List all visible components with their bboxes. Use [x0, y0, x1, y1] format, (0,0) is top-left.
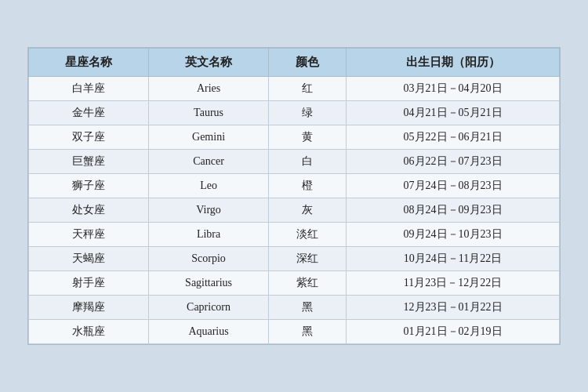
cell-color: 橙 [269, 174, 347, 198]
cell-date: 05月22日－06月21日 [347, 125, 560, 150]
cell-chinese-name: 天蝎座 [29, 247, 149, 271]
cell-english-name: Aries [149, 77, 269, 101]
cell-chinese-name: 巨蟹座 [29, 150, 149, 174]
table-row: 巨蟹座Cancer白06月22日－07月23日 [29, 150, 560, 174]
cell-date: 04月21日－05月21日 [347, 101, 560, 125]
cell-color: 灰 [269, 198, 347, 223]
zodiac-table: 星座名称 英文名称 颜色 出生日期（阳历） 白羊座Aries红03月21日－04… [28, 48, 560, 344]
cell-date: 01月21日－02月19日 [347, 320, 560, 344]
table-row: 双子座Gemini黄05月22日－06月21日 [29, 125, 560, 150]
cell-english-name: Sagittarius [149, 271, 269, 296]
cell-date: 06月22日－07月23日 [347, 150, 560, 174]
table-row: 射手座Sagittarius紫红11月23日－12月22日 [29, 271, 560, 296]
cell-english-name: Virgo [149, 198, 269, 223]
table-header: 星座名称 英文名称 颜色 出生日期（阳历） [29, 49, 560, 77]
cell-color: 深红 [269, 247, 347, 271]
cell-color: 紫红 [269, 271, 347, 296]
cell-english-name: Libra [149, 223, 269, 247]
cell-color: 黑 [269, 320, 347, 344]
table-row: 水瓶座Aquarius黑01月21日－02月19日 [29, 320, 560, 344]
cell-english-name: Scorpio [149, 247, 269, 271]
cell-chinese-name: 白羊座 [29, 77, 149, 101]
table-row: 摩羯座Capricorn黑12月23日－01月22日 [29, 296, 560, 320]
table-row: 金牛座Taurus绿04月21日－05月21日 [29, 101, 560, 125]
zodiac-table-container: 星座名称 英文名称 颜色 出生日期（阳历） 白羊座Aries红03月21日－04… [27, 47, 561, 345]
cell-chinese-name: 双子座 [29, 125, 149, 150]
table-body: 白羊座Aries红03月21日－04月20日金牛座Taurus绿04月21日－0… [29, 77, 560, 344]
header-english-name: 英文名称 [149, 49, 269, 77]
cell-chinese-name: 天秤座 [29, 223, 149, 247]
cell-color: 黄 [269, 125, 347, 150]
table-row: 狮子座Leo橙07月24日－08月23日 [29, 174, 560, 198]
cell-chinese-name: 狮子座 [29, 174, 149, 198]
cell-color: 红 [269, 77, 347, 101]
header-chinese-name: 星座名称 [29, 49, 149, 77]
header-color: 颜色 [269, 49, 347, 77]
cell-english-name: Aquarius [149, 320, 269, 344]
cell-chinese-name: 摩羯座 [29, 296, 149, 320]
cell-chinese-name: 处女座 [29, 198, 149, 223]
cell-date: 08月24日－09月23日 [347, 198, 560, 223]
header-date: 出生日期（阳历） [347, 49, 560, 77]
cell-chinese-name: 金牛座 [29, 101, 149, 125]
cell-chinese-name: 水瓶座 [29, 320, 149, 344]
cell-english-name: Leo [149, 174, 269, 198]
cell-color: 绿 [269, 101, 347, 125]
cell-date: 11月23日－12月22日 [347, 271, 560, 296]
table-row: 处女座Virgo灰08月24日－09月23日 [29, 198, 560, 223]
cell-date: 10月24日－11月22日 [347, 247, 560, 271]
cell-english-name: Cancer [149, 150, 269, 174]
cell-date: 03月21日－04月20日 [347, 77, 560, 101]
cell-english-name: Taurus [149, 101, 269, 125]
cell-date: 09月24日－10月23日 [347, 223, 560, 247]
cell-color: 黑 [269, 296, 347, 320]
cell-chinese-name: 射手座 [29, 271, 149, 296]
table-row: 白羊座Aries红03月21日－04月20日 [29, 77, 560, 101]
cell-english-name: Capricorn [149, 296, 269, 320]
cell-english-name: Gemini [149, 125, 269, 150]
cell-date: 07月24日－08月23日 [347, 174, 560, 198]
table-row: 天秤座Libra淡红09月24日－10月23日 [29, 223, 560, 247]
cell-date: 12月23日－01月22日 [347, 296, 560, 320]
cell-color: 淡红 [269, 223, 347, 247]
cell-color: 白 [269, 150, 347, 174]
table-row: 天蝎座Scorpio深红10月24日－11月22日 [29, 247, 560, 271]
header-row: 星座名称 英文名称 颜色 出生日期（阳历） [29, 49, 560, 77]
